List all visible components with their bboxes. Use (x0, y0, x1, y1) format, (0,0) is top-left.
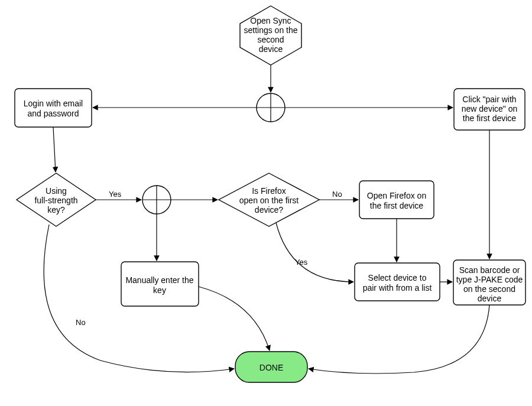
node-scan: Scan barcode or type J-PAKE code on the … (453, 260, 525, 305)
node-fullkey-l3: key? (47, 205, 65, 215)
node-ffopen-l1: Is Firefox (252, 186, 286, 196)
node-start-l3: second (257, 35, 284, 44)
edge-manual-done (199, 287, 270, 350)
edge-scan-done (309, 305, 489, 373)
node-start: Open Sync settings on the second device (240, 6, 301, 65)
junction-top (257, 93, 285, 122)
node-manual: Manually enter the key (121, 262, 199, 306)
node-fullkey-l1: Using (46, 186, 67, 196)
edge-login-fullkey (53, 127, 56, 172)
node-login: Login with email and password (15, 89, 92, 127)
node-openff-l1: Open Firefox on (367, 191, 426, 200)
node-scan-l3: on the second (463, 284, 515, 294)
node-selectdev: Select device to pair with from a list (355, 263, 440, 301)
node-pair-l2: new device" on (462, 104, 517, 113)
junction-mid (142, 186, 171, 214)
node-openff-l2: the first device (370, 201, 423, 210)
node-manual-l1: Manually enter the (125, 275, 193, 285)
node-ffopen-l2: open on the first (239, 196, 299, 205)
node-ffopen-l3: device? (255, 205, 283, 215)
label-yes-ffopen: Yes (295, 258, 308, 267)
node-done: DONE (235, 352, 307, 382)
node-openff: Open Firefox on the first device (359, 181, 434, 219)
label-no-fullkey: No (76, 318, 86, 327)
node-scan-l1: Scan barcode or (459, 265, 520, 275)
node-pair-click: Click "pair with new device" on the firs… (454, 89, 525, 130)
node-login-l1: Login with email (24, 99, 83, 108)
node-start-l4: device (259, 44, 283, 54)
node-start-l2: settings on the (244, 25, 297, 35)
edge-ffopen-selectdev (276, 223, 353, 282)
node-fullkey: Using full-strength key? (17, 173, 96, 226)
node-fullkey-l2: full-strength (34, 196, 77, 205)
node-pair-l3: the first device (463, 113, 516, 123)
node-pair-l1: Click "pair with (462, 95, 516, 104)
node-login-l2: and password (27, 109, 79, 118)
label-no-ffopen: No (332, 190, 342, 199)
node-manual-l2: key (153, 285, 166, 295)
node-selectdev-l2: pair with from a list (363, 283, 432, 293)
node-ffopen: Is Firefox open on the first device? (219, 173, 319, 226)
node-selectdev-l1: Select device to (368, 273, 427, 282)
label-yes-fullkey: Yes (109, 190, 122, 199)
node-start-l1: Open Sync (250, 16, 291, 25)
node-scan-l4: device (478, 294, 502, 303)
node-scan-l2: type J-PAKE code (456, 275, 523, 284)
node-done-l1: DONE (259, 363, 283, 372)
flowchart-canvas: Open Sync settings on the second device … (0, 0, 532, 406)
